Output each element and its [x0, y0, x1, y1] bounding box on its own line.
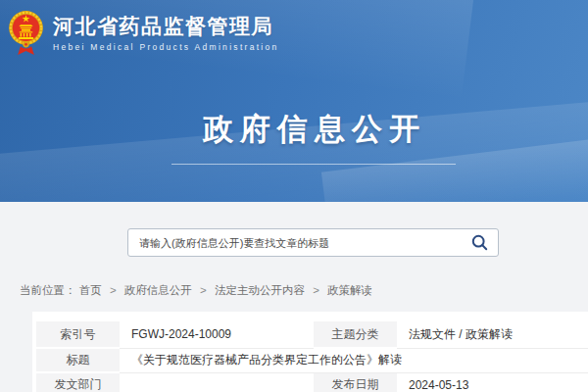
agency-name: 河北省药品监督管理局 — [53, 15, 279, 38]
banner-divider — [172, 164, 456, 165]
site-header: 河北省药品监督管理局 Hebei Medical Products Admini… — [0, 0, 588, 202]
search-box — [127, 228, 499, 257]
topic-category-label: 主题分类 — [314, 321, 397, 348]
table-row: 索引号 FGWJ-2024-10009 主题分类 法规文件 / 政策解读 — [36, 321, 588, 348]
publish-date-value: 2024-05-13 — [397, 372, 588, 392]
breadcrumb-item-gov-info[interactable]: 政府信息公开 — [124, 284, 192, 296]
search-button[interactable] — [467, 229, 498, 256]
title-label: 标题 — [36, 348, 120, 372]
document-info-table: 索引号 FGWJ-2024-10009 主题分类 法规文件 / 政策解读 标题 … — [36, 321, 588, 392]
index-number-label: 索引号 — [36, 321, 120, 348]
page: 河北省药品监督管理局 Hebei Medical Products Admini… — [0, 0, 588, 392]
breadcrumb-prefix: 当前位置： — [20, 284, 76, 296]
breadcrumb-item-statutory-disclosure[interactable]: 法定主动公开内容 — [215, 284, 305, 296]
breadcrumb-separator: > — [313, 284, 319, 296]
page-title: 政府信息公开 — [0, 110, 588, 149]
search-input[interactable] — [128, 229, 467, 256]
issuing-department-label: 发文部门 — [36, 372, 120, 392]
publish-date-label: 发布日期 — [314, 372, 397, 392]
title-value: 《关于规范医疗器械产品分类界定工作的公告》解读 — [120, 348, 588, 372]
national-emblem-icon — [8, 8, 44, 58]
breadcrumb: 当前位置： 首页 > 政府信息公开 > 法定主动公开内容 > 政策解读 — [20, 283, 372, 298]
agency-name-block: 河北省药品监督管理局 Hebei Medical Products Admini… — [53, 8, 279, 52]
topic-category-value: 法规文件 / 政策解读 — [397, 321, 588, 348]
breadcrumb-separator: > — [200, 284, 207, 296]
agency-name-english: Hebei Medical Products Administration — [53, 42, 279, 52]
breadcrumb-item-policy-interpretation: 政策解读 — [327, 284, 372, 296]
issuing-department-value — [120, 372, 314, 392]
table-row: 发文部门 发布日期 2024-05-13 — [36, 372, 588, 392]
search-icon — [471, 234, 488, 251]
table-row: 标题 《关于规范医疗器械产品分类界定工作的公告》解读 — [36, 348, 588, 372]
breadcrumb-separator: > — [110, 284, 117, 296]
index-number-value: FGWJ-2024-10009 — [120, 321, 314, 348]
breadcrumb-item-home[interactable]: 首页 — [79, 284, 102, 296]
document-info-card: 索引号 FGWJ-2024-10009 主题分类 法规文件 / 政策解读 标题 … — [32, 312, 588, 392]
agency-logo-link[interactable]: 河北省药品监督管理局 Hebei Medical Products Admini… — [8, 8, 279, 58]
